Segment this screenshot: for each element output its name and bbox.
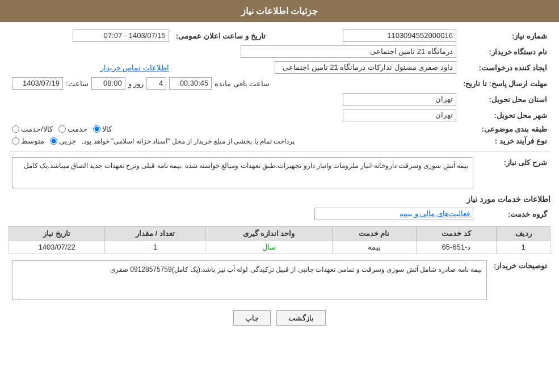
services-table-head: ردیف کد خدمت نام خدمت واحد اندازه گیری ت… <box>9 227 550 241</box>
announce-label: تاریخ و ساعت اعلان عمومی: <box>173 28 269 44</box>
buyer-notes-text: بیمه نامه صادره شامل آتش سوزی وسرقت و تم… <box>110 265 482 273</box>
deadline-remaining-label: ساعت باقی مانده <box>215 79 270 88</box>
content-area: شماره نیاز: 1103094552000016 تاریخ و ساع… <box>0 22 559 340</box>
category-option-3: کالا/خدمت <box>12 125 53 133</box>
purchase-type-row: نوع فرآیند خرید : متوسط جزیی <box>9 135 550 147</box>
category-label-3: کالا/خدمت <box>21 125 53 133</box>
divider-1 <box>9 151 550 152</box>
cell-unit: سال <box>205 241 332 254</box>
province-label: استان محل تحویل: <box>460 91 550 107</box>
services-table-header-row: ردیف کد خدمت نام خدمت واحد اندازه گیری ت… <box>9 227 550 241</box>
category-label-2: خدمت <box>68 125 87 133</box>
category-option-2: خدمت <box>58 125 87 133</box>
category-label: طبقه بندی موضوعی: <box>460 123 550 135</box>
deadline-row: مهلت ارسال پاسخ: تا تاریخ: 1403/07/19 سا… <box>9 75 550 91</box>
creator-row: ایجاد کننده درخواست: داود صفری مسئول تدا… <box>9 60 550 75</box>
button-group: بازگشت چاپ <box>9 310 550 326</box>
purchase-type-label-2: متوسط <box>21 137 44 145</box>
buyer-org-value: درمانگاه 21 تامین اجتماعی <box>241 45 456 58</box>
col-row-num: ردیف <box>497 227 550 241</box>
province-row: استان محل تحویل: تهران <box>9 91 550 107</box>
description-row: شرح کلی نیاز: بیمه آتش سوزی وسرقت داروخا… <box>9 155 550 190</box>
back-button[interactable]: بازگشت <box>276 310 326 326</box>
city-row: شهر محل تحویل: تهران <box>9 107 550 123</box>
cell-service_name: بیمه <box>332 241 416 254</box>
deadline-date: 1403/07/19 <box>12 77 63 90</box>
col-service-name: نام خدمت <box>332 227 416 241</box>
province-value: تهران <box>343 93 456 106</box>
need-number-label: شماره نیاز: <box>460 28 550 44</box>
service-group-row: گروه خدمت: فعالیت‌های مالی و بیمه <box>9 206 550 222</box>
service-group-link[interactable]: فعالیت‌های مالی و بیمه <box>400 209 470 218</box>
cell-date: 1403/07/22 <box>9 241 105 254</box>
service-group-table: گروه خدمت: فعالیت‌های مالی و بیمه <box>9 206 550 222</box>
service-group-value: فعالیت‌های مالی و بیمه <box>314 208 473 220</box>
deadline-time: 08:00 <box>91 77 125 90</box>
contact-link[interactable]: اطلاعات تماس خریدار <box>100 64 169 72</box>
notes-table: توصیحات خریدار: بیمه نامه صادره شامل آتش… <box>9 259 550 302</box>
description-table: شرح کلی نیاز: بیمه آتش سوزی وسرقت داروخا… <box>9 155 550 190</box>
purchase-type-radio-2[interactable] <box>12 137 19 145</box>
purchase-type-radio-group: متوسط جزیی <box>12 137 76 145</box>
services-data-table: ردیف کد خدمت نام خدمت واحد اندازه گیری ت… <box>9 226 550 254</box>
table-row: 1د-651-65بیمهسال11403/07/22 <box>9 241 550 254</box>
category-row: طبقه بندی موضوعی: کالا/خدمت خدمت کالا <box>9 123 550 135</box>
category-radio-3[interactable] <box>12 125 19 133</box>
cell-row_num: 1 <box>497 241 550 254</box>
category-label-1: کالا <box>102 125 112 133</box>
creator-label: ایجاد کننده درخواست: <box>460 60 550 75</box>
service-group-label: گروه خدمت: <box>477 206 550 222</box>
notes-row: توصیحات خریدار: بیمه نامه صادره شامل آتش… <box>9 259 550 302</box>
description-value: بیمه آتش سوزی وسرقت داروخانه-انبار ملزوم… <box>12 157 473 188</box>
need-number-row: شماره نیاز: 1103094552000016 تاریخ و ساع… <box>9 28 550 44</box>
category-radio-2[interactable] <box>58 125 66 133</box>
category-option-1: کالا <box>93 125 112 133</box>
col-service-code: کد خدمت <box>416 227 497 241</box>
deadline-days-label: روز و <box>128 79 144 88</box>
services-section-title: اطلاعات خدمات مورد نیاز <box>9 195 550 204</box>
col-quantity: تعداد / مقدار <box>105 227 205 241</box>
buyer-notes-label: توصیحات خریدار: <box>490 259 550 302</box>
buyer-org-row: نام دستگاه خریدار: درمانگاه 21 تامین اجت… <box>9 44 550 60</box>
deadline-label: مهلت ارسال پاسخ: تا تاریخ: <box>460 75 550 91</box>
city-value: تهران <box>343 109 456 121</box>
col-unit: واحد اندازه گیری <box>205 227 332 241</box>
purchase-type-note: پرداخت تمام یا بخشی از مبلغ خریدار از مح… <box>82 137 295 145</box>
page-title: جزئیات اطلاعات نیاز <box>241 6 318 16</box>
deadline-time-label: ساعت: <box>66 79 89 88</box>
main-form-table: شماره نیاز: 1103094552000016 تاریخ و ساع… <box>9 28 550 147</box>
resize-handle[interactable]: ⌟ <box>14 293 19 298</box>
purchase-type-option-1: جزیی <box>50 137 76 145</box>
col-date: تاریخ نیاز <box>9 227 105 241</box>
purchase-type-radio-1[interactable] <box>50 137 57 145</box>
cell-service_code: د-651-65 <box>416 241 497 254</box>
creator-value: داود صفری مسئول تدارکات درمانگاه 21 تامی… <box>275 61 456 74</box>
need-number-value: 1103094552000016 <box>343 29 456 42</box>
purchase-type-label: نوع فرآیند خرید : <box>460 135 550 147</box>
city-label: شهر محل تحویل: <box>460 107 550 123</box>
description-label: شرح کلی نیاز: <box>477 155 550 190</box>
category-radio-group: کالا/خدمت خدمت کالا <box>12 125 456 133</box>
announce-value: 1403/07/15 - 07:07 <box>73 29 169 42</box>
purchase-type-label-1: جزیی <box>59 137 76 145</box>
cell-quantity: 1 <box>105 241 205 254</box>
print-button[interactable]: چاپ <box>233 310 271 326</box>
services-table-body: 1د-651-65بیمهسال11403/07/22 <box>9 241 550 254</box>
buyer-notes-value: بیمه نامه صادره شامل آتش سوزی وسرقت و تم… <box>12 260 487 300</box>
purchase-type-option-2: متوسط <box>12 137 44 145</box>
category-radio-1[interactable] <box>93 125 100 133</box>
deadline-days: 4 <box>146 77 166 90</box>
page-wrapper: جزئیات اطلاعات نیاز شماره نیاز: 11030945… <box>0 0 559 392</box>
buyer-org-label: نام دستگاه خریدار: <box>460 44 550 60</box>
deadline-remaining: 00:30:45 <box>169 77 212 90</box>
page-header: جزئیات اطلاعات نیاز <box>0 0 559 22</box>
